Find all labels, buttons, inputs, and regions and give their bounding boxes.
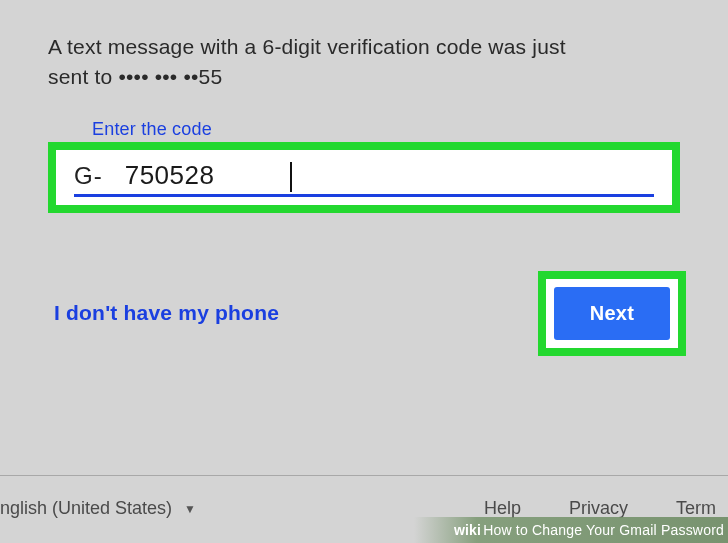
instruction-text: A text message with a 6-digit verificati… xyxy=(48,32,680,93)
wikihow-watermark: wiki How to Change Your Gmail Password xyxy=(414,517,728,543)
footer-bar: nglish (United States) ▼ Help Privacy Te… xyxy=(0,475,728,519)
language-label: nglish (United States) xyxy=(0,498,172,519)
next-button-highlight: Next xyxy=(538,271,686,356)
privacy-link[interactable]: Privacy xyxy=(569,498,628,519)
input-underline xyxy=(74,194,654,197)
code-prefix: G- xyxy=(74,162,103,190)
help-link[interactable]: Help xyxy=(484,498,521,519)
watermark-text: How to Change Your Gmail Password xyxy=(483,522,724,538)
footer-links: Help Privacy Term xyxy=(484,498,716,519)
verification-panel: A text message with a 6-digit verificati… xyxy=(0,0,728,356)
next-button[interactable]: Next xyxy=(554,287,670,340)
instruction-line1: A text message with a 6-digit verificati… xyxy=(48,35,566,58)
watermark-prefix: wiki xyxy=(454,522,481,538)
code-field-wrap: Enter the code G- xyxy=(48,119,680,213)
code-field-label: Enter the code xyxy=(92,119,680,140)
code-input[interactable] xyxy=(125,160,654,193)
instruction-line2: sent to •••• ••• ••55 xyxy=(48,65,222,88)
text-caret xyxy=(290,162,292,192)
code-input-highlight: G- xyxy=(48,142,680,213)
language-selector[interactable]: nglish (United States) ▼ xyxy=(0,498,196,519)
terms-link[interactable]: Term xyxy=(676,498,716,519)
no-phone-link[interactable]: I don't have my phone xyxy=(54,301,279,325)
chevron-down-icon: ▼ xyxy=(184,502,196,516)
actions-row: I don't have my phone Next xyxy=(48,271,680,356)
